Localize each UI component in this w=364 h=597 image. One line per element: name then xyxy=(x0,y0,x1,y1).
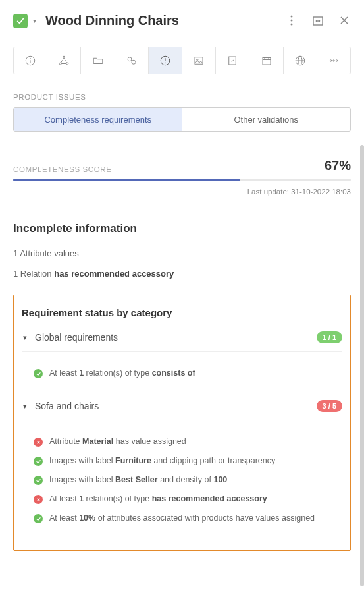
label: Attribute values xyxy=(20,248,79,258)
panel-header: ▾ Wood Dinning Chairs xyxy=(13,13,351,28)
completeness-score-row: COMPLETENESS SCORE 67% xyxy=(13,158,351,173)
relations-tab-icon[interactable] xyxy=(47,47,81,74)
svg-rect-17 xyxy=(229,57,236,65)
chevron-down-icon: ▾ xyxy=(23,402,27,411)
label: Relation xyxy=(20,269,52,279)
more-vertical-icon[interactable] xyxy=(285,15,298,27)
page-title: Wood Dinning Chairs xyxy=(45,13,280,28)
svg-point-11 xyxy=(132,60,136,64)
category-global-requirements[interactable]: ▾ Global requirements 1 / 1 xyxy=(22,322,342,352)
category-sofa-and-chairs[interactable]: ▾ Sofa and chairs 3 / 5 xyxy=(22,391,342,420)
checklist-tab-icon[interactable] xyxy=(216,47,249,74)
svg-rect-15 xyxy=(195,57,203,65)
section-label: PRODUCT ISSUES xyxy=(13,93,351,101)
requirement-item: At least 1 relation(s) of type has recom… xyxy=(22,490,342,509)
chevron-down-icon: ▾ xyxy=(23,333,27,342)
requirement-item: Images with label Best Seller and densit… xyxy=(22,470,342,490)
sofa-chairs-requirements-list: Attribute Material has value assigned Im… xyxy=(22,420,342,536)
folder-tab-icon[interactable] xyxy=(81,47,115,74)
link-tab-icon[interactable] xyxy=(115,47,149,74)
issues-tab-icon[interactable] xyxy=(149,47,182,74)
score-label: COMPLETENESS SCORE xyxy=(13,165,111,173)
svg-point-26 xyxy=(333,60,334,61)
svg-point-14 xyxy=(165,63,165,63)
expand-horizontal-icon[interactable] xyxy=(311,15,325,27)
issue-tabs: Completeness requirements Other validati… xyxy=(13,107,351,132)
category-badge: 1 / 1 xyxy=(317,331,342,343)
requirement-item: At least 10% of attributes associated wi… xyxy=(22,509,342,528)
category-name: Global requirements xyxy=(35,332,317,343)
status-dropdown-chevron-icon[interactable]: ▾ xyxy=(33,17,36,24)
req-status-heading: Requirement status by category xyxy=(22,307,342,318)
requirement-status-box: Requirement status by category ▾ Global … xyxy=(13,295,351,551)
x-circle-icon xyxy=(34,495,43,504)
check-circle-icon xyxy=(34,369,43,378)
product-issues-panel: ▾ Wood Dinning Chairs PRODUCT ISSUES Com… xyxy=(0,0,364,597)
svg-point-6 xyxy=(30,59,31,59)
tab-completeness[interactable]: Completeness requirements xyxy=(14,108,182,131)
count: 1 xyxy=(13,248,18,258)
svg-point-2 xyxy=(291,23,293,25)
scrollbar[interactable] xyxy=(360,145,364,586)
relation-type: has recommended accessory xyxy=(54,269,174,279)
image-tab-icon[interactable] xyxy=(182,47,216,74)
check-circle-icon xyxy=(34,476,43,485)
incomplete-row-attributes: 1 Attribute values xyxy=(13,248,351,258)
count: 1 xyxy=(13,269,18,279)
view-toolbar xyxy=(13,47,351,74)
svg-point-10 xyxy=(128,57,132,61)
svg-point-16 xyxy=(197,59,198,60)
requirement-item: Attribute Material has value assigned xyxy=(22,432,342,451)
incomplete-heading: Incomplete information xyxy=(13,222,351,235)
global-requirements-list: At least 1 relation(s) of type consists … xyxy=(22,352,342,391)
info-tab-icon[interactable] xyxy=(14,47,47,74)
score-progress-fill xyxy=(13,179,240,181)
svg-point-7 xyxy=(63,56,65,58)
incomplete-row-relation: 1 Relation has recommended accessory xyxy=(13,269,351,279)
status-check-icon xyxy=(13,14,28,28)
calendar-tab-icon[interactable] xyxy=(249,47,283,74)
svg-rect-18 xyxy=(263,58,271,65)
close-icon[interactable] xyxy=(338,15,351,27)
svg-point-25 xyxy=(330,60,331,61)
svg-point-27 xyxy=(336,60,337,61)
svg-point-1 xyxy=(291,19,293,21)
score-progress xyxy=(13,179,351,181)
svg-point-8 xyxy=(60,63,62,65)
tab-other-validations[interactable]: Other validations xyxy=(182,108,351,131)
x-circle-icon xyxy=(34,438,43,447)
last-update-text: Last update: 31-10-2022 18:03 xyxy=(13,188,351,196)
svg-point-9 xyxy=(66,63,68,65)
category-badge: 3 / 5 xyxy=(317,400,342,412)
more-tab-icon[interactable] xyxy=(317,47,350,74)
score-value: 67% xyxy=(325,158,351,173)
check-circle-icon xyxy=(34,457,43,466)
requirement-item: Images with label Furniture and clipping… xyxy=(22,451,342,470)
svg-point-0 xyxy=(291,15,293,17)
globe-tab-icon[interactable] xyxy=(284,47,317,74)
check-circle-icon xyxy=(34,514,43,523)
category-name: Sofa and chairs xyxy=(35,401,317,411)
requirement-item: At least 1 relation(s) of type consists … xyxy=(22,364,342,383)
